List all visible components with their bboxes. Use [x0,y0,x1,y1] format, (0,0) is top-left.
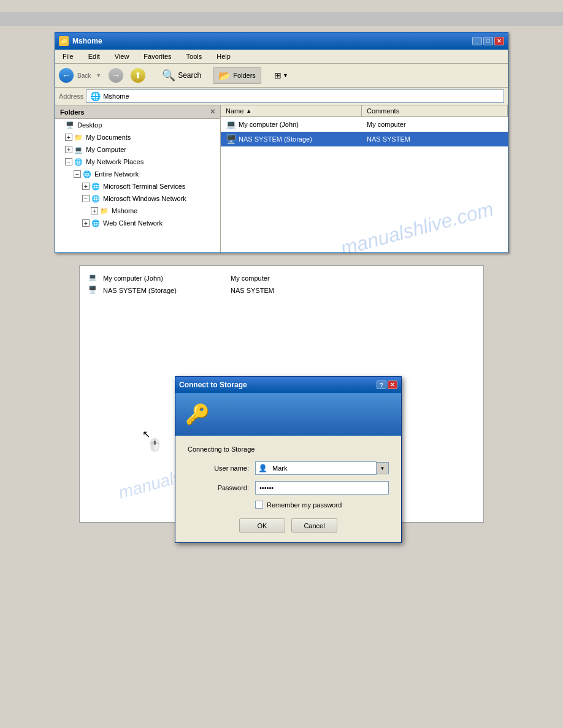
password-row: Password: [188,481,389,495]
tree-item-desktop[interactable]: 🖥️ Desktop [55,119,220,131]
watermark: manualshlive.com [338,197,496,252]
folders-panel-header: Folders ✕ [55,105,220,119]
mshome-icon: 📁 [99,206,109,216]
username-label: User name: [188,464,249,472]
address-text: Mshome [103,93,129,100]
menu-favorites[interactable]: Favorites [141,51,174,61]
tree-label-my-documents: My Documents [86,134,131,141]
back-button[interactable]: ← [59,68,74,83]
folders-panel: Folders ✕ 🖥️ Desktop + 📁 My Documents [55,105,221,252]
tree-item-windows-network[interactable]: − 🌐 Microsoft Windows Network [55,192,220,205]
password-input[interactable] [255,481,389,495]
file-name-cell-0: 💻 My computer (John) [221,118,362,131]
close-button[interactable]: ✕ [494,37,504,45]
folders-button[interactable]: 📂 Folders [213,67,261,84]
menu-tools[interactable]: Tools [184,51,205,61]
search-button[interactable]: 🔍 Search [155,66,208,85]
dialog-close-button[interactable]: ✕ [388,381,397,389]
file-comments-0: My computer [362,119,508,129]
bottom-file-row-0[interactable]: 💻 My computer (John) My computer [86,272,477,284]
my-network-places-icon: 🌐 [74,157,83,167]
bottom-file-icon-0: 💻 [88,273,98,283]
terminal-services-icon: 🌐 [91,181,101,191]
expand-terminal-services[interactable]: + [82,183,90,190]
col-header-name[interactable]: Name ▲ [221,105,362,116]
desktop-icon: 🖥️ [65,120,75,130]
tree-item-my-computer[interactable]: + 💻 My Computer [55,143,220,156]
dialog-title: Connect to Storage [179,381,247,389]
remember-password-checkbox[interactable] [255,501,263,509]
tree-item-web-client[interactable]: + 🌐 Web Client Network [55,217,220,229]
entire-network-icon: 🌐 [82,169,92,179]
folders-panel-title: Folders [60,108,85,116]
expand-web-client[interactable]: + [82,219,90,227]
files-header: Name ▲ Comments [221,105,508,117]
expand-my-documents[interactable]: + [65,134,72,141]
cancel-button[interactable]: Cancel [291,518,337,533]
tree-item-mshome[interactable]: + 📁 Mshome [55,205,220,217]
folders-panel-close[interactable]: ✕ [210,108,215,116]
bottom-section: 💻 My computer (John) My computer 🖥️ NAS … [79,265,484,523]
expand-my-computer[interactable]: + [65,146,72,153]
menu-file[interactable]: File [60,51,76,61]
col-name-label: Name [226,107,243,115]
up-button[interactable]: ⬆ [131,68,145,83]
file-icon-0: 💻 [226,119,236,129]
maximize-button[interactable]: □ [483,37,493,45]
username-input-container: 👤 ▼ [255,461,389,475]
menu-help[interactable]: Help [214,51,233,61]
username-input-field[interactable]: 👤 [255,461,377,475]
file-row-1[interactable]: 🖥️ NAS SYSTEM (Storage) NAS SYSTEM [221,132,508,146]
username-dropdown[interactable]: ▼ [377,462,389,474]
address-icon: 🌐 [90,91,101,101]
dialog-help-button[interactable]: ? [377,381,386,389]
bottom-file-icon-1: 🖥️ [88,286,98,295]
file-row-0[interactable]: 💻 My computer (John) My computer [221,117,508,132]
dialog-header-area: 🔑 [175,393,401,436]
ok-button[interactable]: OK [239,518,285,533]
remember-password-label: Remember my password [267,501,342,509]
forward-button[interactable]: → [109,68,123,83]
tree-item-my-network-places[interactable]: − 🌐 My Network Places [55,156,220,168]
back-label[interactable]: Back [77,72,91,79]
content-area: Folders ✕ 🖥️ Desktop + 📁 My Documents [55,105,508,252]
connect-to-storage-dialog: Connect to Storage ? ✕ 🔑 Connecting to S… [175,376,402,543]
minimize-button[interactable]: _ [472,37,482,45]
my-documents-icon: 📁 [74,132,83,142]
back-dropdown[interactable]: ▼ [96,72,101,78]
address-input[interactable]: 🌐 Mshome [86,89,504,103]
expand-entire-network[interactable]: − [74,170,81,178]
menu-edit[interactable]: Edit [86,51,102,61]
bottom-file-row-1[interactable]: 🖥️ NAS SYSTEM (Storage) NAS SYSTEM [86,284,477,297]
tree-label-windows-network: Microsoft Windows Network [103,195,186,202]
expand-windows-network[interactable]: − [82,195,90,202]
address-bar: Address 🌐 Mshome [55,88,508,105]
tree-label-desktop: Desktop [77,121,102,129]
bottom-file-name-1: NAS SYSTEM (Storage) [103,287,226,294]
view-options-button[interactable]: ⊞ ▼ [269,68,294,83]
top-decorative-bar [0,12,563,26]
dialog-buttons: OK Cancel [188,518,389,533]
bottom-file-desc-1: NAS SYSTEM [231,287,475,294]
col-header-comments[interactable]: Comments [362,105,508,116]
tree-item-entire-network[interactable]: − 🌐 Entire Network [55,168,220,180]
file-comments-1: NAS SYSTEM [362,134,508,144]
file-icon-1: 🖥️ [226,134,236,144]
view-dropdown[interactable]: ▼ [283,72,288,78]
expand-mshome[interactable]: + [91,207,98,214]
tree-label-web-client: Web Client Network [103,219,163,227]
expand-my-network-places[interactable]: − [65,158,72,165]
tree-item-my-documents[interactable]: + 📁 My Documents [55,131,220,143]
username-input[interactable] [270,463,376,473]
sort-icon: ▲ [246,108,251,114]
file-name-cell-1: 🖥️ NAS SYSTEM (Storage) [221,133,362,145]
tree-label-mshome: Mshome [112,207,137,214]
search-icon: 🔍 [162,69,175,82]
menu-bar: File Edit View Favorites Tools Help [55,50,508,64]
tree-item-terminal-services[interactable]: + 🌐 Microsoft Terminal Services [55,180,220,192]
files-panel: Name ▲ Comments 💻 My computer (John) My … [221,105,508,252]
connecting-text: Connecting to Storage [188,446,389,453]
menu-view[interactable]: View [112,51,132,61]
user-icon: 👤 [256,464,270,472]
toolbar: ← Back ▼ → ⬆ 🔍 Search 📂 Folders ⊞ ▼ [55,64,508,88]
